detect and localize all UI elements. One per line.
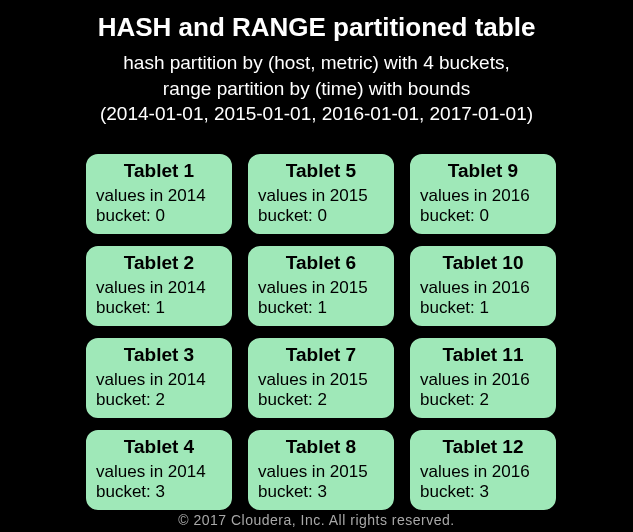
tablet-values-line: values in 2014 [96, 186, 222, 206]
copyright-footer: © 2017 Cloudera, Inc. All rights reserve… [0, 512, 633, 528]
tablet-bucket-line: bucket: 3 [258, 482, 384, 502]
tablet-cell: Tablet 1values in 2014bucket: 0 [84, 152, 234, 236]
tablet-cell: Tablet 2values in 2014bucket: 1 [84, 244, 234, 328]
tablet-bucket-line: bucket: 0 [96, 206, 222, 226]
tablet-cell: Tablet 3values in 2014bucket: 2 [84, 336, 234, 420]
tablet-values-line: values in 2016 [420, 370, 546, 390]
diagram-canvas: HASH and RANGE partitioned table hash pa… [0, 0, 633, 532]
tablet-values-line: values in 2015 [258, 278, 384, 298]
tablet-cell: Tablet 10values in 2016bucket: 1 [408, 244, 558, 328]
tablet-cell: Tablet 8values in 2015bucket: 3 [246, 428, 396, 512]
tablet-values-line: values in 2015 [258, 186, 384, 206]
tablet-values-line: values in 2016 [420, 462, 546, 482]
tablet-grid: Tablet 1values in 2014bucket: 0Tablet 2v… [84, 152, 558, 512]
tablet-bucket-line: bucket: 3 [420, 482, 546, 502]
tablet-bucket-line: bucket: 1 [258, 298, 384, 318]
tablet-cell: Tablet 5values in 2015bucket: 0 [246, 152, 396, 236]
tablet-cell: Tablet 9values in 2016bucket: 0 [408, 152, 558, 236]
tablet-name: Tablet 11 [420, 344, 546, 366]
tablet-cell: Tablet 7values in 2015bucket: 2 [246, 336, 396, 420]
tablet-bucket-line: bucket: 0 [420, 206, 546, 226]
tablet-cell: Tablet 12values in 2016bucket: 3 [408, 428, 558, 512]
tablet-values-line: values in 2016 [420, 186, 546, 206]
tablet-bucket-line: bucket: 2 [258, 390, 384, 410]
tablet-bucket-line: bucket: 3 [96, 482, 222, 502]
tablet-name: Tablet 3 [96, 344, 222, 366]
tablet-name: Tablet 4 [96, 436, 222, 458]
tablet-name: Tablet 1 [96, 160, 222, 182]
diagram-title: HASH and RANGE partitioned table [0, 12, 633, 43]
tablet-bucket-line: bucket: 0 [258, 206, 384, 226]
partition-sql: hash partition by (host, metric) with 4 … [40, 50, 593, 127]
tablet-values-line: values in 2016 [420, 278, 546, 298]
tablet-name: Tablet 6 [258, 252, 384, 274]
tablet-cell: Tablet 6values in 2015bucket: 1 [246, 244, 396, 328]
tablet-values-line: values in 2014 [96, 462, 222, 482]
tablet-values-line: values in 2015 [258, 462, 384, 482]
tablet-name: Tablet 8 [258, 436, 384, 458]
tablet-name: Tablet 7 [258, 344, 384, 366]
tablet-bucket-line: bucket: 2 [420, 390, 546, 410]
tablet-name: Tablet 12 [420, 436, 546, 458]
tablet-bucket-line: bucket: 1 [420, 298, 546, 318]
tablet-values-line: values in 2014 [96, 278, 222, 298]
tablet-name: Tablet 10 [420, 252, 546, 274]
tablet-values-line: values in 2015 [258, 370, 384, 390]
tablet-name: Tablet 2 [96, 252, 222, 274]
tablet-name: Tablet 5 [258, 160, 384, 182]
tablet-bucket-line: bucket: 1 [96, 298, 222, 318]
tablet-values-line: values in 2014 [96, 370, 222, 390]
tablet-bucket-line: bucket: 2 [96, 390, 222, 410]
tablet-name: Tablet 9 [420, 160, 546, 182]
tablet-cell: Tablet 4values in 2014bucket: 3 [84, 428, 234, 512]
tablet-cell: Tablet 11values in 2016bucket: 2 [408, 336, 558, 420]
